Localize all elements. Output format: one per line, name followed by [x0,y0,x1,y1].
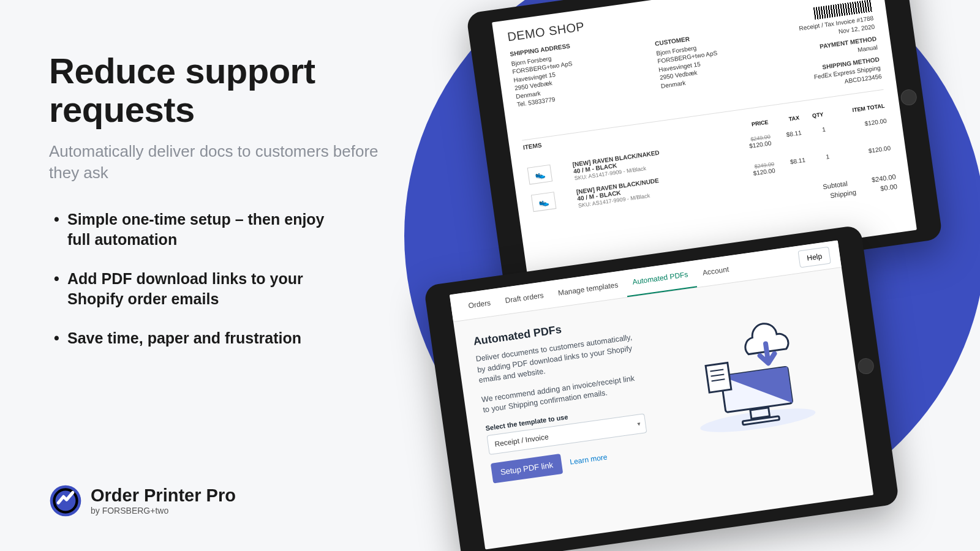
setup-pdf-link-button[interactable]: Setup PDF link [491,453,563,483]
item-tax: $8.11 [774,152,809,184]
tab-orders[interactable]: Orders [459,289,500,320]
payment-method: Manual [858,43,878,53]
svg-rect-6 [706,362,731,392]
tablet-home-button-icon [900,88,918,106]
item-qty: 1 [802,122,830,152]
headline: Reduce support requests [49,52,392,129]
shipping-address-block: SHIPPING ADDRESS Bjorn Forsberg FORSBERG… [510,42,581,131]
download-illustration [655,286,848,458]
tab-account[interactable]: Account [693,255,738,287]
bullet-item: Save time, paper and frustration [49,328,331,348]
invoice-meta: Receipt / Tax Invoice #1788 Nov 12, 2020… [796,0,882,91]
bullet-item: Add PDF download links to your Shopify o… [49,269,331,309]
customer-block: CUSTOMER Bjorn Forsberg FORSBERG+two ApS… [654,31,724,111]
product-thumb-icon: 👟 [527,165,553,185]
item-tax: $8.11 [771,126,805,157]
brand-title: Order Printer Pro [91,487,236,504]
item-qty: 1 [805,149,834,180]
learn-more-link[interactable]: Learn more [570,452,608,466]
product-thumb-icon: 👟 [531,192,557,212]
shipping-total-label: Shipping [830,189,857,200]
shipping-total-value: $0.00 [880,182,898,192]
brand-logo-icon [49,484,82,517]
tablet-home-button-icon [857,357,875,375]
subheadline: Automatically deliver docs to customers … [49,141,392,184]
bullet-item: Simple one-time setup – then enjoy full … [49,209,331,249]
cust-country: Denmark [660,79,686,89]
brand-byline: by FORSBERG+two [91,506,236,515]
brand-lockup: Order Printer Pro by FORSBERG+two [49,484,236,517]
bullet-list: Simple one-time setup – then enjoy full … [49,209,392,348]
help-button[interactable]: Help [798,247,831,268]
